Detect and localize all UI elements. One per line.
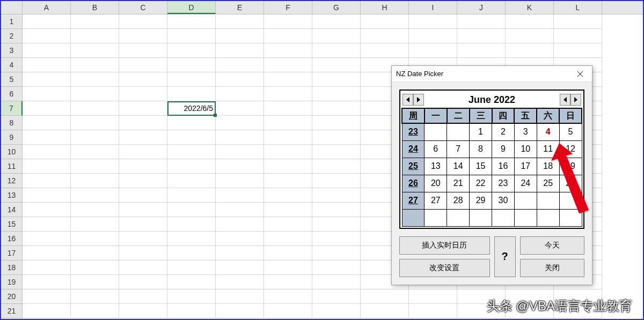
cell[interactable] bbox=[216, 289, 264, 304]
cell[interactable] bbox=[312, 43, 361, 58]
row-header[interactable]: 15 bbox=[1, 217, 23, 232]
column-header[interactable]: H bbox=[361, 1, 409, 14]
column-header[interactable]: F bbox=[264, 1, 312, 14]
cell[interactable] bbox=[23, 87, 71, 101]
cell[interactable] bbox=[264, 116, 312, 130]
column-header[interactable]: A bbox=[23, 1, 71, 14]
cell[interactable] bbox=[264, 101, 312, 116]
calendar-day[interactable]: 13 bbox=[425, 158, 447, 175]
cell[interactable] bbox=[312, 304, 361, 318]
cell[interactable] bbox=[71, 29, 119, 43]
cell[interactable] bbox=[361, 29, 409, 43]
cell[interactable] bbox=[71, 217, 119, 232]
cell[interactable] bbox=[264, 261, 312, 275]
row-header[interactable]: 9 bbox=[1, 130, 23, 145]
cell[interactable] bbox=[119, 14, 167, 29]
row-header[interactable]: 8 bbox=[1, 116, 23, 130]
cell[interactable] bbox=[23, 101, 71, 116]
row-header[interactable]: 16 bbox=[1, 232, 23, 246]
cell[interactable] bbox=[506, 29, 554, 43]
prev-month-button[interactable] bbox=[560, 94, 570, 106]
calendar-day[interactable]: 26 bbox=[559, 175, 582, 192]
calendar-day[interactable]: 17 bbox=[514, 158, 537, 175]
select-all-corner[interactable] bbox=[1, 1, 23, 14]
cell[interactable] bbox=[264, 130, 312, 145]
calendar-day[interactable]: 5 bbox=[559, 123, 582, 140]
cell[interactable] bbox=[119, 246, 167, 261]
cell[interactable] bbox=[216, 261, 264, 275]
cell[interactable] bbox=[167, 232, 216, 246]
change-settings-button[interactable]: 改变设置 bbox=[399, 259, 490, 277]
close-button[interactable]: 关闭 bbox=[520, 259, 584, 277]
cell[interactable] bbox=[23, 188, 71, 203]
cell[interactable] bbox=[23, 116, 71, 130]
cell[interactable] bbox=[167, 203, 216, 217]
cell[interactable] bbox=[312, 275, 361, 289]
cell[interactable] bbox=[71, 58, 119, 72]
cell[interactable] bbox=[167, 58, 216, 72]
cell[interactable] bbox=[71, 145, 119, 159]
calendar-day[interactable]: 14 bbox=[447, 158, 470, 175]
calendar-day[interactable]: 15 bbox=[470, 158, 492, 175]
row-header[interactable]: 3 bbox=[1, 43, 23, 58]
row-header[interactable]: 12 bbox=[1, 174, 23, 188]
cell[interactable] bbox=[71, 188, 119, 203]
cell[interactable] bbox=[264, 58, 312, 72]
column-header[interactable]: G bbox=[312, 1, 361, 14]
cell[interactable] bbox=[216, 29, 264, 43]
cell[interactable] bbox=[409, 43, 457, 58]
cell[interactable] bbox=[71, 14, 119, 29]
cell[interactable] bbox=[23, 130, 71, 145]
cell[interactable] bbox=[119, 261, 167, 275]
cell[interactable] bbox=[71, 174, 119, 188]
window-close-button[interactable] bbox=[573, 68, 588, 80]
cell[interactable] bbox=[119, 275, 167, 289]
cell[interactable] bbox=[167, 87, 216, 101]
cell[interactable] bbox=[264, 289, 312, 304]
cell[interactable] bbox=[264, 232, 312, 246]
cell[interactable] bbox=[312, 14, 361, 29]
calendar-day[interactable]: 23 bbox=[492, 175, 515, 192]
cell[interactable] bbox=[312, 72, 361, 87]
column-header[interactable]: D bbox=[167, 1, 216, 14]
cell[interactable] bbox=[119, 29, 167, 43]
cell[interactable] bbox=[264, 188, 312, 203]
cell[interactable] bbox=[71, 159, 119, 174]
prev-year-button[interactable] bbox=[402, 94, 413, 106]
cell[interactable] bbox=[264, 14, 312, 29]
cell[interactable] bbox=[23, 275, 71, 289]
cell[interactable] bbox=[23, 14, 71, 29]
calendar-day[interactable]: 3 bbox=[514, 123, 537, 140]
cell[interactable] bbox=[312, 101, 361, 116]
cell[interactable] bbox=[216, 101, 264, 116]
cell[interactable] bbox=[119, 232, 167, 246]
calendar-day[interactable]: 28 bbox=[447, 192, 470, 209]
cell[interactable] bbox=[71, 289, 119, 304]
cell[interactable] bbox=[216, 174, 264, 188]
cell[interactable] bbox=[119, 58, 167, 72]
insert-live-calendar-button[interactable]: 插入实时日历 bbox=[399, 236, 490, 255]
cell[interactable] bbox=[23, 29, 71, 43]
cell[interactable] bbox=[312, 58, 361, 72]
cell[interactable] bbox=[167, 174, 216, 188]
cell[interactable] bbox=[312, 29, 361, 43]
cell[interactable] bbox=[361, 43, 409, 58]
cell[interactable] bbox=[119, 188, 167, 203]
cell[interactable] bbox=[457, 14, 506, 29]
cell[interactable] bbox=[119, 116, 167, 130]
today-button[interactable]: 今天 bbox=[520, 236, 584, 255]
cell[interactable]: 2022/6/5 bbox=[167, 101, 216, 116]
cell[interactable] bbox=[312, 116, 361, 130]
cell[interactable] bbox=[264, 43, 312, 58]
calendar-day[interactable]: 12 bbox=[559, 140, 582, 158]
cell[interactable] bbox=[264, 275, 312, 289]
cell[interactable] bbox=[167, 289, 216, 304]
cell[interactable] bbox=[506, 43, 554, 58]
calendar-day[interactable]: 8 bbox=[470, 140, 492, 158]
calendar-day[interactable]: 22 bbox=[470, 175, 492, 192]
cell[interactable] bbox=[167, 29, 216, 43]
cell[interactable] bbox=[216, 130, 264, 145]
cell[interactable] bbox=[23, 217, 71, 232]
row-header[interactable]: 17 bbox=[1, 246, 23, 261]
cell[interactable] bbox=[23, 145, 71, 159]
